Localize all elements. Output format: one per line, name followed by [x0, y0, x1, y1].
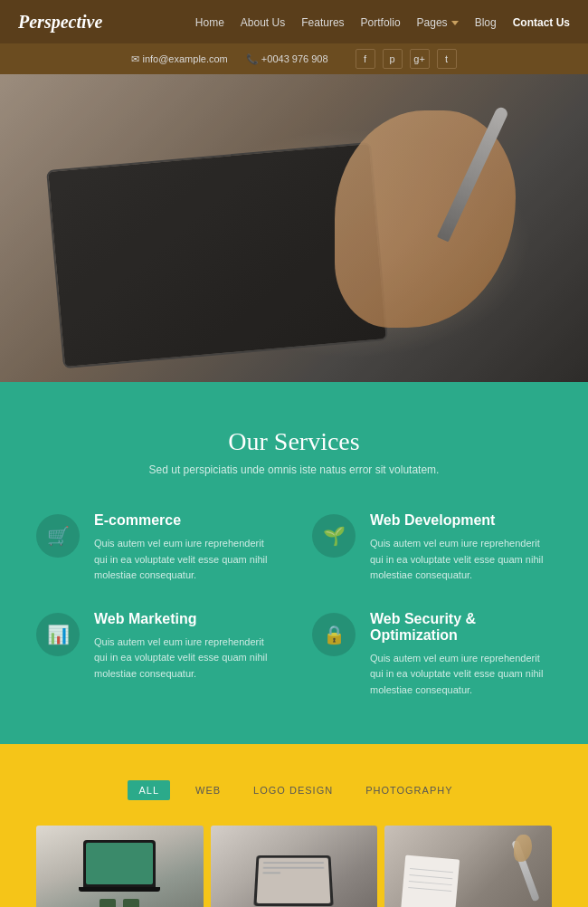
services-title: Our Services [36, 427, 552, 456]
service-webdev: 🌱 Web Development Quis autem vel eum iur… [312, 512, 552, 584]
service-ecommerce: 🛒 E-commerce Quis autem vel eum iure rep… [36, 512, 276, 584]
pinterest-icon[interactable]: p [383, 49, 403, 69]
marketing-title: Web Marketing [94, 611, 276, 627]
nav-item-blog[interactable]: Blog [475, 14, 497, 30]
nav-item-portfolio[interactable]: Portfolio [361, 14, 401, 30]
nav-logo: Perspective [18, 12, 102, 33]
hero-overlay [0, 74, 588, 382]
ecommerce-title: E-commerce [94, 512, 276, 529]
navbar: Perspective Home About Us Features Portf… [0, 0, 588, 43]
security-title: Web Security & Optimization [370, 611, 552, 644]
webdev-content: Web Development Quis autem vel eum iure … [370, 512, 552, 584]
portfolio-item-3[interactable] [384, 826, 552, 907]
nav-item-pages[interactable]: Pages [417, 14, 459, 30]
pages-dropdown-arrow [451, 21, 459, 25]
ecommerce-content: E-commerce Quis autem vel eum iure repre… [94, 512, 276, 584]
security-icon: 🔒 [312, 613, 356, 656]
filter-photography[interactable]: PHOTOGRAPHY [358, 781, 460, 799]
portfolio-filters: ALL WEB LOGO DESIGN PHOTOGRAPHY [36, 780, 552, 800]
nav-item-contact[interactable]: Contact Us [513, 14, 570, 30]
phone-contact: 📞 +0043 976 908 [246, 53, 328, 65]
phone-icon: 📞 [246, 53, 259, 64]
phone-number: +0043 976 908 [261, 53, 328, 64]
filter-web[interactable]: WEB [188, 781, 228, 799]
facebook-icon[interactable]: f [356, 49, 375, 69]
webdev-icon: 🌱 [312, 514, 356, 558]
security-desc: Quis autem vel eum iure reprehenderit qu… [370, 651, 552, 699]
marketing-icon: 📊 [36, 613, 80, 656]
twitter-icon[interactable]: t [437, 49, 457, 69]
nav-item-about[interactable]: About Us [241, 14, 285, 30]
top-bar: ✉ info@example.com 📞 +0043 976 908 f p g… [0, 43, 588, 74]
portfolio-grid [36, 826, 552, 907]
googleplus-icon[interactable]: g+ [410, 49, 430, 69]
hero-section [0, 74, 588, 382]
services-section: Our Services Sed ut perspiciatis unde om… [0, 382, 588, 744]
marketing-content: Web Marketing Quis autem vel eum iure re… [94, 611, 276, 683]
marketing-desc: Quis autem vel eum iure reprehenderit qu… [94, 635, 276, 683]
portfolio-item-1[interactable] [36, 826, 204, 907]
security-content: Web Security & Optimization Quis autem v… [370, 611, 552, 699]
service-marketing: 📊 Web Marketing Quis autem vel eum iure … [36, 611, 276, 699]
contact-info: ✉ info@example.com 📞 +0043 976 908 [131, 53, 327, 65]
email-icon: ✉ [131, 53, 139, 64]
filter-logo[interactable]: LOGO DESIGN [246, 781, 340, 799]
webdev-title: Web Development [370, 512, 552, 529]
email-contact: ✉ info@example.com [131, 53, 227, 65]
nav-item-features[interactable]: Features [301, 14, 344, 30]
filter-all[interactable]: ALL [128, 780, 170, 800]
portfolio-section: ALL WEB LOGO DESIGN PHOTOGRAPHY [0, 744, 588, 907]
service-security: 🔒 Web Security & Optimization Quis autem… [312, 611, 552, 699]
nav-item-home[interactable]: Home [195, 14, 224, 30]
social-links: f p g+ t [356, 49, 457, 69]
ecommerce-desc: Quis autem vel eum iure reprehenderit qu… [94, 536, 276, 584]
portfolio-item-2[interactable] [211, 826, 378, 907]
email-address: info@example.com [142, 53, 227, 64]
services-subtitle: Sed ut perspiciatis unde omnis iste natu… [36, 463, 552, 476]
ecommerce-icon: 🛒 [36, 514, 80, 558]
nav-links: Home About Us Features Portfolio Pages B… [195, 14, 570, 30]
webdev-desc: Quis autem vel eum iure reprehenderit qu… [370, 536, 552, 584]
services-grid: 🛒 E-commerce Quis autem vel eum iure rep… [36, 512, 552, 699]
